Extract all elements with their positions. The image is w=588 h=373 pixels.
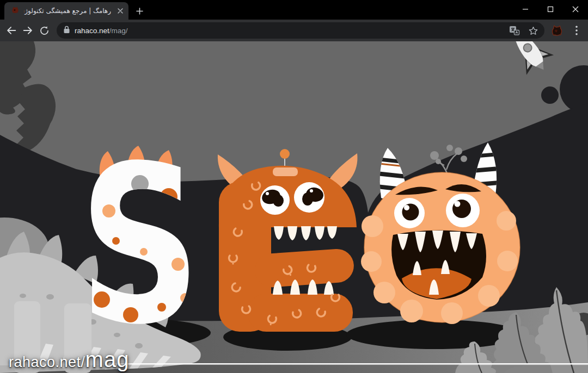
extension-monster-icon[interactable] xyxy=(550,23,564,38)
tab-close-icon[interactable] xyxy=(115,6,125,16)
bookmark-star-icon[interactable] xyxy=(527,24,539,36)
browser-menu-icon kebab-menu-icon[interactable] xyxy=(571,23,583,38)
lock-icon xyxy=(63,26,70,36)
forward-button forward-arrow-icon[interactable] xyxy=(20,23,35,38)
page-content: S xyxy=(0,41,588,373)
letter-s-monster: S xyxy=(79,119,201,372)
minimize-button minimize-icon[interactable] xyxy=(513,0,538,18)
new-tab-button plus-icon[interactable] xyxy=(132,4,146,18)
hero-illustration seo-monsters: S xyxy=(0,41,588,373)
tab-title: رهامگ | مرجع همیشگی تکنولوژی | xyxy=(24,7,111,15)
reload-button reload-icon[interactable] xyxy=(36,23,52,38)
translate-icon[interactable] xyxy=(509,24,520,36)
watermark: rahaco.net/mag xyxy=(9,349,129,370)
watermark-prefix: rahaco.net/ xyxy=(9,354,85,370)
browser-window: رهامگ | مرجع همیشگی تکنولوژی | xyxy=(0,0,588,373)
back-button back-arrow-icon[interactable] xyxy=(4,23,19,38)
address-bar[interactable]: rahaco.net/mag/ xyxy=(57,22,544,39)
tab-favicon monster-favicon-icon xyxy=(11,5,20,16)
watermark-underline xyxy=(113,363,588,365)
url-path: /mag/ xyxy=(109,27,128,35)
url-text[interactable]: rahaco.net/mag/ xyxy=(75,27,504,35)
maximize-button maximize-icon[interactable] xyxy=(538,0,563,18)
watermark-suffix: mag xyxy=(85,347,130,371)
e-head-patch xyxy=(273,167,298,176)
url-host: rahaco.net xyxy=(75,27,109,35)
browser-tab[interactable]: رهامگ | مرجع همیشگی تکنولوژی | xyxy=(4,2,128,20)
close-window-button close-icon[interactable] xyxy=(563,0,588,18)
letter-s: S xyxy=(79,119,201,372)
browser-toolbar: rahaco.net/mag/ xyxy=(0,20,588,41)
title-bar: رهامگ | مرجع همیشگی تکنولوژی | xyxy=(0,0,588,20)
window-controls xyxy=(513,0,588,18)
